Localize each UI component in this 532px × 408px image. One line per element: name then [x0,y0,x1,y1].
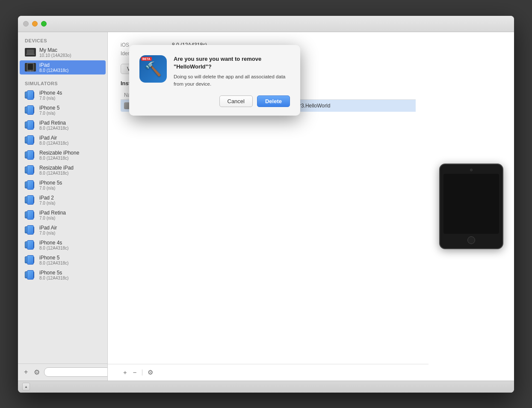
ipad-text: iPad 8.0 (12A4318c) [39,62,68,73]
device-settings-button[interactable]: ⚙ [32,367,41,377]
sidebar-item-ipad[interactable]: iPad 8.0 (12A4318c) [20,60,106,74]
ipad-icon [25,63,36,71]
sidebar-item-ipad-air-7[interactable]: iPad Air 7.0 (n/a) [20,223,106,237]
minimize-button[interactable] [32,21,38,27]
my-mac-sub: 10.10 (14A283o) [39,53,71,58]
simulator-icon-6 [25,180,36,190]
add-device-button[interactable]: + [22,367,30,377]
svg-point-4 [30,70,31,71]
installed-apps-section: Installed Apps Name Version Identifier [108,80,429,364]
sidebar-item-resizable-ipad[interactable]: Resizable iPad 8.0 (12A4318c) [20,163,106,177]
ipad-device-image [439,164,503,249]
svg-rect-1 [26,54,35,55]
svg-rect-0 [27,50,34,54]
simulator-icon-5 [25,165,36,175]
ipad-sub: 8.0 (12A4318c) [39,68,68,73]
mac-icon [25,48,36,57]
maximize-button[interactable] [41,21,47,27]
sidebar-item-iphone5-7[interactable]: iPhone 5 7.0 (n/a) [20,103,106,117]
table-action-divider [142,369,142,375]
table-actions-bar: + − ⚙ [108,364,429,381]
simulator-icon-2 [25,120,36,130]
remove-app-button[interactable]: − [130,368,139,377]
dialog-icon-container: BETA 🔨 [139,55,167,88]
my-mac-text: My Mac 10.10 (14A283o) [39,47,71,58]
cancel-button[interactable]: Cancel [219,95,253,107]
close-button[interactable] [23,21,29,27]
traffic-lights [23,21,47,27]
sidebar-item-resizable-iphone[interactable]: Resizable iPhone 8.0 (12A4318c) [20,148,106,162]
simulator-icon-11 [25,255,36,265]
main-panel: iOS 8.0 (12A4318c) Identifier 42f3e017c0… [108,32,514,381]
app-settings-button[interactable]: ⚙ [145,368,156,377]
collapse-button[interactable]: ▲ [22,383,30,390]
sidebar-search-input[interactable] [44,367,108,377]
titlebar [18,16,514,32]
content-area: DEVICES My Mac 10.10 (14A283o) [18,32,514,381]
simulator-icon-9 [25,225,36,235]
dialog-content: BETA 🔨 Are you sure you want to remove "… [139,55,290,88]
beta-badge: BETA [141,57,152,61]
xcode-hammer-icon: 🔨 [145,61,162,77]
sidebar-item-ipad-air-8[interactable]: iPad Air 8.0 (12A4318c) [20,133,106,147]
simulator-icon-1 [25,105,36,115]
sidebar-bottom-bar: + ⚙ [18,363,107,381]
sidebar-item-ipad-retina-7[interactable]: iPad Retina 7.0 (n/a) [20,208,106,222]
simulator-icon-8 [25,210,36,220]
simulator-icon-0 [25,90,36,100]
main-window: DEVICES My Mac 10.10 (14A283o) [18,16,514,393]
window-bottom-bar: ▲ [18,381,514,393]
sidebar-item-ipad2[interactable]: iPad 2 7.0 (n/a) [20,193,106,207]
ipad-camera [470,169,473,171]
my-mac-name: My Mac [39,47,71,53]
sidebar-item-iphone5-8[interactable]: iPhone 5 8.0 (12A4318c) [20,253,106,267]
devices-section-header: DEVICES [18,32,107,45]
ipad-screen [443,174,499,234]
dialog-text-area: Are you sure you want to remove "HelloWo… [174,55,290,88]
delete-button[interactable]: Delete [257,95,290,107]
ipad-home-button [467,236,475,244]
sidebar-item-ipad-retina-8[interactable]: iPad Retina 8.0 (12A4318c) [20,118,106,132]
simulator-icon-3 [25,135,36,145]
simulator-icon-7 [25,195,36,205]
confirmation-dialog: BETA 🔨 Are you sure you want to remove "… [129,45,300,116]
simulator-icon-4 [25,150,36,160]
simulator-icon-12 [25,270,36,280]
sidebar-item-my-mac[interactable]: My Mac 10.10 (14A283o) [20,45,106,60]
sidebar: DEVICES My Mac 10.10 (14A283o) [18,32,108,381]
sidebar-item-iphone4s-7[interactable]: iPhone 4s 7.0 (n/a) [20,88,106,102]
sidebar-item-iphone4s-8[interactable]: iPhone 4s 8.0 (12A4318c) [20,238,106,252]
ipad-preview-area [429,32,514,381]
sidebar-item-iphone5s-8[interactable]: iPhone 5s 8.0 (12A4318c) [20,268,106,282]
dialog-body: Doing so will delete the app and all ass… [174,73,290,88]
ipad-name: iPad [39,62,68,68]
add-app-button[interactable]: + [121,368,130,377]
svg-rect-3 [28,64,33,70]
dialog-title: Are you sure you want to remove "HelloWo… [174,55,290,71]
simulators-section-header: SIMULATORS [18,75,107,88]
xcode-app-icon: BETA 🔨 [139,55,167,83]
sidebar-item-iphone5s-7[interactable]: iPhone 5s 7.0 (n/a) [20,178,106,192]
dialog-buttons: Cancel Delete [139,95,290,107]
simulator-icon-10 [25,240,36,250]
